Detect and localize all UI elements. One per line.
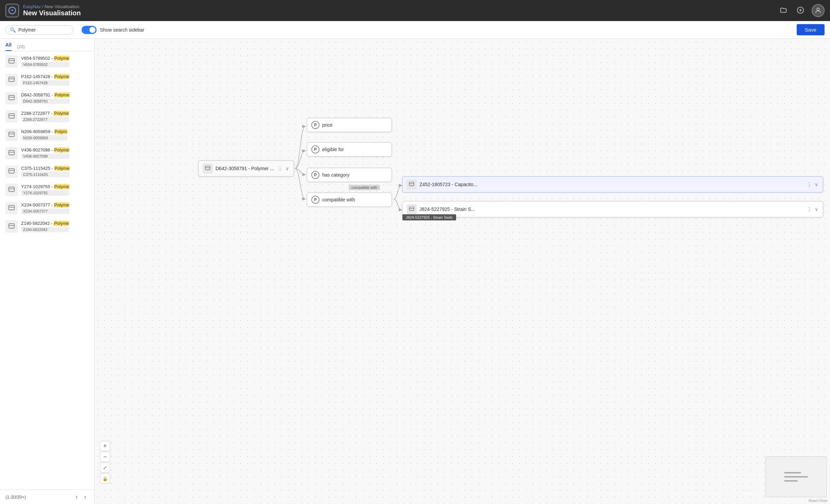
search-box: 🔍 bbox=[5, 25, 73, 35]
flow-arrows bbox=[94, 39, 830, 504]
prop-node-category[interactable]: P has category bbox=[307, 168, 392, 182]
target-node-1[interactable]: Z452-1805723 - Capacito... ⋮ ∨ bbox=[402, 176, 823, 193]
mini-map-content bbox=[779, 467, 813, 487]
svg-rect-12 bbox=[9, 224, 15, 228]
toggle-knob bbox=[89, 27, 96, 33]
list-item[interactable]: Z190-5822042 - Polyme Z190-5822042 bbox=[3, 218, 91, 235]
svg-rect-11 bbox=[9, 205, 15, 210]
lock-button[interactable]: 🔒 bbox=[100, 473, 110, 484]
list-item[interactable]: V436-9027098 - Polyme V436-9027098 bbox=[3, 144, 91, 162]
item-code: D642-3058791 bbox=[21, 98, 70, 104]
item-info: V654-5789502 - Polyme V654-5789502 bbox=[21, 56, 69, 67]
target-node-2-label: J824-5227925 - Strain S... bbox=[419, 206, 803, 212]
show-sidebar-toggle[interactable] bbox=[82, 26, 97, 34]
prop-label: compatible with bbox=[322, 197, 387, 202]
source-node-icon bbox=[203, 163, 213, 174]
tab-all[interactable]: All bbox=[5, 42, 12, 51]
target-node-2-tooltip: J824-5227925 - Strain Switc bbox=[402, 214, 456, 220]
item-icon bbox=[5, 165, 18, 178]
item-name: Y274-1029755 - Polyme bbox=[21, 184, 69, 189]
zoom-in-button[interactable]: + bbox=[100, 441, 110, 451]
list-item[interactable]: X234-5007377 - Polyme X234-5007377 bbox=[3, 199, 91, 217]
search-icon: 🔍 bbox=[10, 27, 16, 33]
page-title: New Visualisation bbox=[23, 9, 81, 17]
item-icon bbox=[5, 202, 18, 214]
svg-rect-13 bbox=[205, 166, 210, 170]
source-node[interactable]: D642-3058791 - Polymer ... ⋮ ∨ bbox=[198, 160, 294, 177]
mini-line bbox=[784, 472, 801, 473]
source-node-menu[interactable]: ⋮ bbox=[277, 165, 283, 173]
item-name: X234-5007377 - Polyme bbox=[21, 202, 69, 208]
list-item[interactable]: C375-1115425 - Polyme C375-1115425 bbox=[3, 163, 91, 180]
source-node-actions: ⋮ ∨ bbox=[277, 165, 290, 173]
svg-rect-9 bbox=[9, 169, 15, 173]
folder-button[interactable] bbox=[778, 4, 789, 17]
item-icon bbox=[5, 74, 18, 86]
react-flow-label: React Flow bbox=[809, 499, 827, 503]
item-icon bbox=[5, 220, 18, 233]
svg-point-2 bbox=[817, 8, 819, 11]
item-code: V436-9027098 bbox=[21, 154, 69, 159]
item-name: V654-5789502 - Polyme bbox=[21, 56, 69, 61]
svg-rect-3 bbox=[9, 59, 15, 63]
target-node-2-chevron[interactable]: ∨ bbox=[814, 206, 819, 213]
toolbar: 🔍 Show search sidebar Save bbox=[0, 21, 830, 39]
target-node-1-icon bbox=[407, 179, 417, 190]
target-node-2-menu[interactable]: ⋮ bbox=[806, 205, 813, 213]
item-info: Z190-5822042 - Polyme Z190-5822042 bbox=[21, 221, 69, 232]
main: All (20) V654-5789502 - Polyme V654-5789… bbox=[0, 39, 830, 504]
item-code: Z190-5822042 bbox=[21, 227, 69, 232]
item-info: C375-1115425 - Polyme C375-1115425 bbox=[21, 166, 70, 177]
item-icon bbox=[5, 92, 18, 104]
item-code: X234-5007377 bbox=[21, 209, 69, 214]
avatar[interactable] bbox=[812, 4, 825, 17]
svg-rect-7 bbox=[9, 132, 15, 137]
pagination-info: (1-20/20+) bbox=[5, 494, 26, 500]
save-button[interactable]: Save bbox=[797, 24, 825, 35]
target-node-2[interactable]: J824-5227925 - Strain S... ⋮ ∨ J824-5227… bbox=[402, 201, 823, 217]
prop-circle: P bbox=[311, 121, 319, 129]
source-node-chevron[interactable]: ∨ bbox=[285, 165, 290, 172]
item-info: N206-9059859 - Polym N206-9059859 bbox=[21, 129, 67, 141]
target-node-1-menu[interactable]: ⋮ bbox=[806, 181, 813, 188]
breadcrumb: EasyNav / New Visualisation bbox=[23, 4, 81, 9]
search-input[interactable] bbox=[18, 27, 69, 33]
breadcrumb-link[interactable]: EasyNav bbox=[23, 4, 41, 9]
prop-node-price[interactable]: P price bbox=[307, 118, 392, 132]
target-node-1-chevron[interactable]: ∨ bbox=[814, 181, 819, 188]
header-left: EasyNav / New Visualisation New Visualis… bbox=[5, 4, 81, 17]
item-code: Z288-2722877 bbox=[21, 117, 69, 122]
header-right bbox=[778, 4, 825, 17]
pagination-prev[interactable]: ‹ bbox=[73, 492, 80, 501]
target-node-1-label: Z452-1805723 - Capacito... bbox=[419, 182, 803, 187]
fit-button[interactable]: ⤢ bbox=[100, 463, 110, 473]
item-icon bbox=[5, 110, 18, 123]
item-name: Z190-5822042 - Polyme bbox=[21, 221, 69, 226]
add-button[interactable] bbox=[795, 4, 806, 17]
item-info: V436-9027098 - Polyme V436-9027098 bbox=[21, 147, 69, 159]
sidebar-tabs: All (20) bbox=[0, 39, 94, 51]
prop-node-eligible[interactable]: P eligible for bbox=[307, 142, 392, 157]
item-code: N206-9059859 bbox=[21, 135, 67, 141]
toggle-label: Show search sidebar bbox=[100, 27, 144, 33]
list-item[interactable]: N206-9059859 - Polym N206-9059859 bbox=[3, 126, 91, 144]
prop-circle: P bbox=[311, 196, 319, 204]
source-node-label: D642-3058791 - Polymer ... bbox=[215, 166, 274, 171]
mini-map bbox=[765, 456, 827, 497]
breadcrumb-current: New Visualisation bbox=[45, 4, 79, 9]
list-item[interactable]: D642-3058791 - Polyme D642-3058791 bbox=[3, 89, 91, 107]
compatible-with-tooltip: compatible with bbox=[349, 185, 380, 190]
item-info: Y274-1029755 - Polyme Y274-1029755 bbox=[21, 184, 69, 196]
mini-line bbox=[784, 476, 808, 478]
prop-node-compatible[interactable]: P compatible with bbox=[307, 193, 392, 207]
item-info: P162-1457428 - Polyme P162-1457428 bbox=[21, 74, 69, 86]
list-item[interactable]: V654-5789502 - Polyme V654-5789502 bbox=[3, 53, 91, 70]
target-node-1-actions: ⋮ ∨ bbox=[806, 181, 819, 188]
item-name: N206-9059859 - Polym bbox=[21, 129, 67, 134]
pagination-next[interactable]: › bbox=[82, 492, 89, 501]
list-item[interactable]: P162-1457428 - Polyme P162-1457428 bbox=[3, 71, 91, 89]
list-item[interactable]: Y274-1029755 - Polyme Y274-1029755 bbox=[3, 181, 91, 199]
list-item[interactable]: Z288-2722877 - Polyme Z288-2722877 bbox=[3, 108, 91, 125]
svg-rect-8 bbox=[9, 150, 15, 155]
zoom-out-button[interactable]: − bbox=[100, 452, 110, 462]
